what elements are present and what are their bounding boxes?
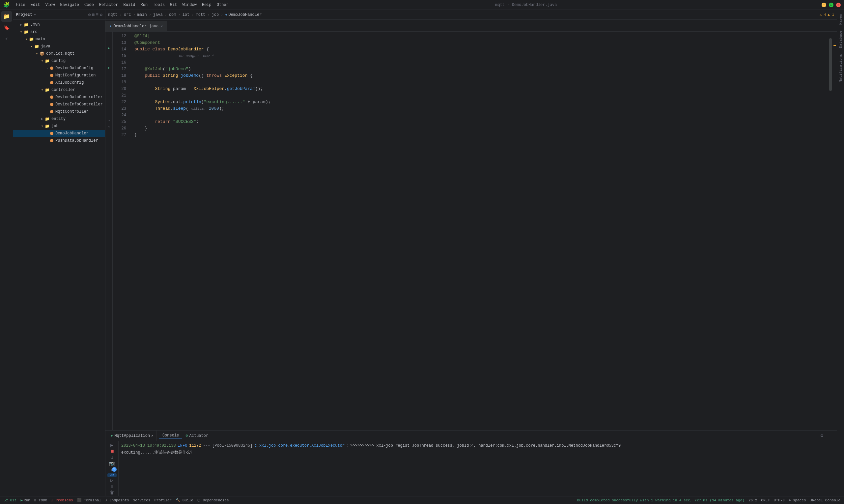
tree-item-mqtt-controller[interactable]: · MqttController [13,108,105,115]
status-todo[interactable]: ☑ TODO [33,498,49,502]
tree-item-job[interactable]: ▾ 📁 job [13,123,105,130]
menu-build[interactable]: Build [121,2,137,8]
bottom-camera-btn[interactable]: 📷 [107,461,116,466]
gutter-run-17[interactable]: ▶ [105,65,112,71]
editor-scrollbar[interactable] [828,32,833,430]
right-label-database[interactable]: Database [838,28,843,51]
status-dependencies[interactable]: ⬡ Dependencies [196,498,230,502]
breadcrumb-java[interactable]: java [153,13,163,17]
bottom-jrebel-btn[interactable]: JR [107,473,116,477]
tab-close-icon[interactable]: ✕ [160,24,163,28]
gutter-fold-26[interactable]: ⌒ [105,124,112,130]
bottom-trash-btn[interactable]: 🗑 [107,490,116,496]
panel-settings-icon[interactable]: ⚙ [88,12,91,17]
sidebar-icon-project[interactable]: 📁 [1,11,12,22]
breadcrumb-demo-job-handler[interactable]: ●DemoJobHandler [225,13,262,17]
sidebar-icon-bookmarks[interactable]: 🔖 [1,22,12,33]
tree-item-package[interactable]: ▾ 📦 com.iot.mqtt [13,50,105,57]
bottom-restart-btn[interactable]: ↺ [107,455,116,460]
run-tab-close[interactable]: ✕ [151,433,154,438]
status-build-msg: Build completed successfully with 1 warn… [576,499,746,502]
gutter-run-14[interactable]: ▶ [105,45,112,51]
breadcrumb-main[interactable]: main [137,13,147,17]
status-terminal[interactable]: ⬛ Terminal [76,498,102,502]
project-dropdown-arrow[interactable]: ▾ [34,12,36,17]
menu-view[interactable]: View [43,2,57,8]
menu-other[interactable]: Other [215,2,231,8]
gutter-line-13 [105,38,112,45]
minimize-button[interactable]: – [822,3,826,7]
tree-item-src[interactable]: ▾ 📁 src [13,28,105,36]
status-indent[interactable]: 4 spaces [788,499,807,502]
close-button[interactable]: ✕ [836,3,841,7]
status-run[interactable]: ▶ Run [19,498,31,502]
breadcrumb-src[interactable]: src [124,13,131,17]
line-num-20: 20 [113,86,126,92]
tree-item-push-data-job-handler[interactable]: · PushDataJobHandler [13,137,105,144]
bottom-grid-btn[interactable]: ⊞ [107,484,116,489]
menu-run[interactable]: Run [138,2,149,8]
gutter-line-15 [105,51,112,58]
status-build[interactable]: 🔨 Build [175,498,194,502]
tree-item-xxl-job-config[interactable]: · XxlJobConfig [13,79,105,86]
editor-scrollbar-thumb[interactable] [829,38,832,91]
bottom-tab-console[interactable]: Console [159,433,182,438]
status-position[interactable]: 26:2 [748,499,758,502]
maximize-button[interactable]: □ [829,3,833,7]
sidebar-icon-structure[interactable]: ⚡ [1,34,12,44]
breadcrumb-job[interactable]: job [212,13,219,17]
right-label-maven[interactable]: Maven [838,11,843,28]
status-jrebel-console[interactable]: JRebel Console [809,499,841,502]
tab-demo-job-handler[interactable]: ● DemoJobHandler.java ✕ [105,21,167,31]
right-label-notifications[interactable]: Notifications [838,51,843,85]
tree-item-java[interactable]: ▾ 📁 java [13,43,105,50]
code-content[interactable]: @Slf4j @Component public class DemoJobHa… [129,32,828,430]
menu-navigate[interactable]: Navigate [58,2,81,8]
menu-git[interactable]: Git [168,2,179,8]
menu-code[interactable]: Code [82,2,96,8]
package-icon: 📦 [39,51,45,56]
status-line-ending[interactable]: CRLF [760,499,771,502]
menu-tools[interactable]: Tools [151,2,167,8]
bottom-run-btn[interactable]: ▶ [107,443,116,448]
panel-filter-icon[interactable]: ≡ [96,12,98,17]
tree-item-device-info-controller[interactable]: · DeviceInfoController [13,101,105,108]
folder-icon-config: 📁 [45,59,50,64]
breadcrumb-mqtt[interactable]: mqtt [108,13,118,17]
breadcrumb-iot[interactable]: iot [182,13,190,17]
tree-item-main[interactable]: ▾ 📁 main [13,36,105,43]
menu-window[interactable]: Window [181,2,199,8]
tree-item-mvn[interactable]: ▶ 📁 .mvn [13,21,105,28]
menu-help[interactable]: Help [200,2,214,8]
tree-item-device-data-controller[interactable]: · DeviceDataController [13,93,105,101]
bottom-stop-btn[interactable]: ⏹ [107,449,116,454]
status-problems[interactable]: ⚠ Problems [50,498,74,502]
tree-item-entity[interactable]: ▶ 📁 entity [13,115,105,123]
bottom-play2-btn[interactable]: ▷ [107,478,116,483]
bottom-tab-actuator[interactable]: ⚙ Actuator [182,433,212,438]
project-tree: ▶ 📁 .mvn ▾ 📁 src ▾ 📁 main ▾ [13,20,105,496]
menu-refactor[interactable]: Refactor [97,2,120,8]
status-profiler[interactable]: Profiler [153,499,173,502]
panel-gear-icon[interactable]: ⚙ [100,12,103,17]
menu-edit[interactable]: Edit [29,2,42,8]
panel-layout-icon[interactable]: ⊞ [92,12,95,17]
tree-item-mqtt-configuration[interactable]: · MqttConfiguration [13,72,105,79]
breadcrumb-com[interactable]: com [169,13,176,17]
menu-file[interactable]: File [14,2,28,8]
status-git[interactable]: ⎇ Git [3,498,17,502]
status-endpoints[interactable]: ⚡ Endpoints [104,498,130,502]
status-left: ⎇ Git ▶ Run ☑ TODO ⚠ Problems ⬛ Terminal… [3,498,230,502]
tree-item-demo-job-handler[interactable]: · DemoJobHandler [13,130,105,137]
tree-item-config[interactable]: ▾ 📁 config [13,57,105,65]
bottom-panel-minimize-btn[interactable]: – [827,432,834,439]
line-num-26: 26 [113,125,126,132]
status-services[interactable]: Services [132,499,151,502]
status-encoding[interactable]: UTF-8 [773,499,786,502]
bottom-panel-settings-btn[interactable]: ⚙ [818,432,826,439]
gutter-fold-25[interactable]: ⌒ [105,117,112,124]
tree-item-controller[interactable]: ▾ 📁 controller [13,86,105,93]
bottom-notification-btn[interactable]: ⬆ 1 [107,467,116,473]
breadcrumb-mqtt2[interactable]: mqtt [196,13,205,17]
tree-item-device-data-config[interactable]: · DeviceDataConfig [13,65,105,72]
